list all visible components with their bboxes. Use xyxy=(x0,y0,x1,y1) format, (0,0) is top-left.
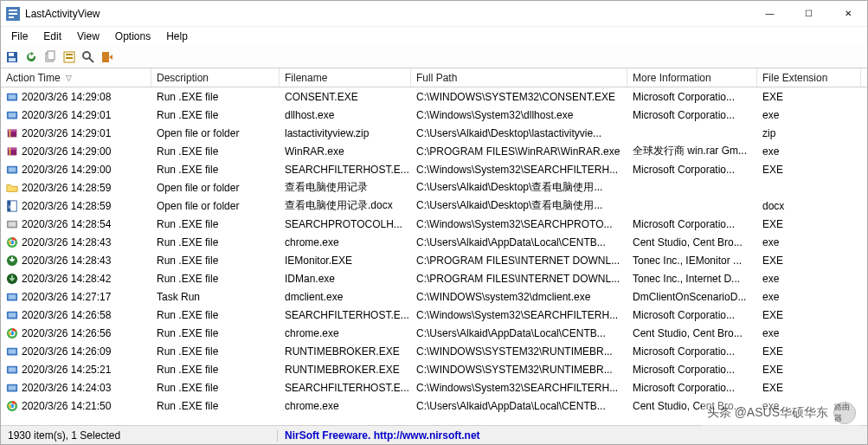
svg-rect-14 xyxy=(102,52,109,62)
maximize-button[interactable]: ☐ xyxy=(789,1,828,27)
cell-desc: Run .EXE file xyxy=(151,255,280,267)
svg-point-12 xyxy=(83,52,90,59)
properties-icon[interactable] xyxy=(61,49,77,65)
menu-help[interactable]: Help xyxy=(159,29,195,44)
cell-path: C:\Windows\System32\dllhost.exe xyxy=(411,109,627,121)
table-row[interactable]: 2020/3/26 14:29:08Run .EXE fileCONSENT.E… xyxy=(1,87,867,106)
table-row[interactable]: 2020/3/26 14:21:50Run .EXE filechrome.ex… xyxy=(1,397,867,415)
cell-ext: EXE xyxy=(757,382,861,394)
col-action-time[interactable]: Action Time▽ xyxy=(1,68,151,87)
cell-time: 2020/3/26 14:26:09 xyxy=(22,345,111,358)
status-link[interactable]: NirSoft Freeware. http://www.nirsoft.net xyxy=(278,429,487,442)
table-row[interactable]: W2020/3/26 14:28:59Open file or folder查看… xyxy=(1,197,867,215)
cell-path: C:\PROGRAM FILES\INTERNET DOWNL... xyxy=(411,273,627,285)
cell-ext: EXE xyxy=(757,309,861,321)
cell-time: 2020/3/26 14:24:03 xyxy=(22,382,111,394)
cell-more: Cent Studio, Cent Bro... xyxy=(627,400,757,412)
cell-time: 2020/3/26 14:27:17 xyxy=(22,291,111,303)
copy-icon[interactable] xyxy=(42,49,58,65)
cell-file: chrome.exe xyxy=(280,400,411,412)
cell-time: 2020/3/26 14:26:56 xyxy=(22,327,111,339)
menu-options[interactable]: Options xyxy=(108,29,158,44)
cell-path: C:\Users\Alkaid\AppData\Local\CENTB... xyxy=(411,400,627,412)
table-row[interactable]: 2020/3/26 14:28:54Run .EXE fileSEARCHPRO… xyxy=(1,215,867,233)
cell-file: SEARCHPROTOCOLH... xyxy=(280,218,411,230)
cell-desc: Run .EXE file xyxy=(151,345,280,358)
cell-ext: EXE xyxy=(757,91,861,103)
menu-edit[interactable]: Edit xyxy=(36,29,68,44)
col-description[interactable]: Description xyxy=(151,68,280,87)
cell-desc: Run .EXE file xyxy=(151,145,280,158)
table-row[interactable]: 2020/3/26 14:26:09Run .EXE fileRUNTIMEBR… xyxy=(1,342,867,360)
col-file-ext[interactable]: File Extension xyxy=(757,68,861,87)
cell-time: 2020/3/26 14:29:01 xyxy=(22,127,111,139)
col-full-path[interactable]: Full Path xyxy=(411,68,627,87)
svg-rect-6 xyxy=(9,58,16,61)
row-icon xyxy=(6,345,18,358)
find-icon[interactable] xyxy=(80,49,96,65)
list-body[interactable]: 2020/3/26 14:29:08Run .EXE fileCONSENT.E… xyxy=(1,87,867,425)
cell-file: lastactivityview.zip xyxy=(280,127,411,139)
cell-ext: EXE xyxy=(757,364,861,376)
table-row[interactable]: 2020/3/26 14:28:43Run .EXE fileIEMonitor… xyxy=(1,251,867,269)
svg-rect-18 xyxy=(9,113,16,117)
close-button[interactable]: ✕ xyxy=(828,1,867,27)
cell-time: 2020/3/26 14:28:59 xyxy=(22,182,111,194)
cell-path: C:\PROGRAM FILES\INTERNET DOWNL... xyxy=(411,255,627,267)
cell-ext: EXE xyxy=(757,164,861,176)
refresh-icon[interactable] xyxy=(23,49,39,65)
svg-rect-11 xyxy=(66,57,73,59)
table-row[interactable]: 2020/3/26 14:28:42Run .EXE fileIDMan.exe… xyxy=(1,269,867,287)
table-row[interactable]: 2020/3/26 14:26:56Run .EXE filechrome.ex… xyxy=(1,324,867,342)
cell-ext: exe xyxy=(757,327,861,339)
cell-desc: Open file or folder xyxy=(151,182,280,194)
cell-desc: Run .EXE file xyxy=(151,309,280,321)
table-row[interactable]: 2020/3/26 14:29:01Open file or folderlas… xyxy=(1,124,867,142)
cell-time: 2020/3/26 14:28:54 xyxy=(22,218,111,230)
svg-rect-8 xyxy=(48,51,55,60)
col-more-info[interactable]: More Information xyxy=(627,68,757,87)
table-row[interactable]: 2020/3/26 14:24:03Run .EXE fileSEARCHFIL… xyxy=(1,378,867,397)
svg-rect-16 xyxy=(9,94,16,99)
cell-more: Microsoft Corporatio... xyxy=(627,382,757,394)
cell-file: RUNTIMEBROKER.EXE xyxy=(280,345,411,358)
svg-rect-38 xyxy=(9,294,16,299)
table-row[interactable]: 2020/3/26 14:29:00Run .EXE fileSEARCHFIL… xyxy=(1,160,867,178)
svg-rect-5 xyxy=(9,53,14,56)
cell-ext: exe xyxy=(757,273,861,285)
table-row[interactable]: 2020/3/26 14:27:17Task Rundmclient.exeC:… xyxy=(1,287,867,306)
table-row[interactable]: 2020/3/26 14:25:21Run .EXE fileRUNTIMEBR… xyxy=(1,360,867,378)
cell-time: 2020/3/26 14:29:01 xyxy=(22,109,111,121)
cell-time: 2020/3/26 14:28:43 xyxy=(22,255,111,267)
menu-view[interactable]: View xyxy=(70,29,106,44)
cell-desc: Run .EXE file xyxy=(151,364,280,376)
svg-rect-1 xyxy=(9,10,17,11)
cell-more: Microsoft Corporatio... xyxy=(627,345,757,358)
cell-more: 全球发行商 win.rar Gm... xyxy=(627,144,757,158)
save-icon[interactable] xyxy=(4,49,20,65)
minimize-button[interactable]: — xyxy=(750,1,789,27)
cell-time: 2020/3/26 14:29:00 xyxy=(22,164,111,176)
svg-line-13 xyxy=(89,58,93,62)
table-row[interactable]: 2020/3/26 14:29:01Run .EXE filedllhost.e… xyxy=(1,106,867,124)
table-row[interactable]: 2020/3/26 14:26:58Run .EXE fileSEARCHFIL… xyxy=(1,306,867,324)
svg-rect-40 xyxy=(9,313,16,317)
cell-desc: Run .EXE file xyxy=(151,218,280,230)
cell-path: C:\Users\Alkaid\Desktop\lastactivityvie.… xyxy=(411,127,627,139)
cell-desc: Run .EXE file xyxy=(151,236,280,248)
cell-time: 2020/3/26 14:25:21 xyxy=(22,364,111,376)
sort-desc-icon: ▽ xyxy=(66,74,72,82)
table-row[interactable]: 2020/3/26 14:28:59Open file or folder查看电… xyxy=(1,178,867,197)
svg-rect-49 xyxy=(9,385,16,390)
cell-ext: exe xyxy=(757,236,861,248)
cell-path: C:\Users\Alkaid\Desktop\查看电脑使用... xyxy=(411,198,627,213)
exit-icon[interactable] xyxy=(100,49,115,65)
table-row[interactable]: 2020/3/26 14:28:43Run .EXE filechrome.ex… xyxy=(1,233,867,251)
table-row[interactable]: 2020/3/26 14:29:00Run .EXE fileWinRAR.ex… xyxy=(1,142,867,160)
col-filename[interactable]: Filename xyxy=(280,68,411,87)
menu-file[interactable]: File xyxy=(4,29,35,44)
svg-rect-47 xyxy=(9,367,16,371)
cell-file: CONSENT.EXE xyxy=(280,91,411,103)
cell-more: Microsoft Corporatio... xyxy=(627,91,757,103)
row-icon xyxy=(6,327,18,339)
